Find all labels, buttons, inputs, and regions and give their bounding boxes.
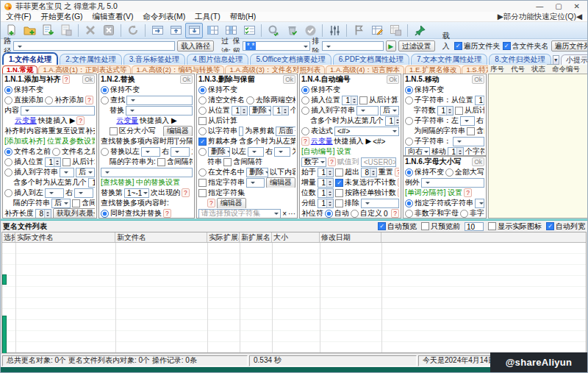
p3-by-string-combobox[interactable] bbox=[239, 127, 243, 136]
p5-move-spinner[interactable]: 1 bbox=[448, 147, 464, 157]
p2-replace-between-radio[interactable]: 替换以左 bbox=[101, 146, 140, 157]
p4-exclude-checkbox[interactable]: 排除 bbox=[335, 198, 359, 208]
p4-skip-help-button[interactable]: ? bbox=[398, 178, 399, 187]
p4-digits-spinner[interactable]: 1 bbox=[318, 188, 334, 198]
p4-insert-pos-radio[interactable]: 插入位置 bbox=[301, 95, 340, 105]
p2-nth-help-button[interactable]: ? bbox=[182, 188, 190, 197]
menu-command-list[interactable]: 命令列表(M) bbox=[143, 12, 186, 22]
p2-cloud-var-link[interactable]: 云变量 bbox=[116, 116, 138, 126]
col-select[interactable]: 选择 bbox=[2, 232, 15, 242]
p1-pad-help-button[interactable]: ? bbox=[85, 96, 93, 104]
p4-assign-combobox[interactable]: <USER0> bbox=[361, 157, 396, 167]
pushpin-button[interactable] bbox=[411, 23, 429, 38]
p1-multi-spinner[interactable]: 1 bbox=[88, 178, 95, 188]
p3-charset-help-button[interactable]: ? bbox=[207, 199, 215, 207]
p3-keep-radio[interactable]: 保持不变 bbox=[198, 85, 237, 95]
p4-per-path-help-button[interactable]: ? bbox=[398, 188, 399, 197]
filter-settings-button[interactable]: 过滤设置 bbox=[398, 40, 435, 51]
panel-right-button[interactable] bbox=[148, 23, 166, 38]
load-list-button[interactable] bbox=[39, 23, 57, 38]
include-folder-names-checkbox[interactable]: 含文件夹名 bbox=[503, 41, 549, 51]
p1-sep-pos-combobox[interactable]: 后 bbox=[51, 199, 71, 208]
p3-preset-combobox[interactable]: 请选择预设字符集 bbox=[198, 209, 281, 219]
p2-simultaneous-radio[interactable]: 同时查找并替换 bbox=[101, 208, 162, 219]
p2-keep-radio[interactable]: 保持不变 bbox=[101, 85, 140, 95]
search-check-button[interactable] bbox=[265, 23, 282, 38]
refresh-button[interactable] bbox=[124, 23, 142, 38]
p5-include-sep-checkbox[interactable]: 含间隔符 bbox=[467, 126, 484, 136]
p6-keep-radio[interactable]: 保持不变 bbox=[405, 167, 444, 177]
p5-left-combobox[interactable] bbox=[460, 116, 475, 126]
delete-button[interactable] bbox=[82, 23, 99, 38]
p4-expression-combobox[interactable]: <#> bbox=[334, 127, 399, 136]
subtab-encoding[interactable]: 1.A.高级(2)：编码与转换等 bbox=[132, 65, 224, 74]
p1-pad-add-radio[interactable]: 补齐添加 bbox=[45, 95, 84, 105]
p3-del2-combobox[interactable]: 删除 bbox=[208, 147, 230, 157]
p1-before-radio[interactable]: 文件名之前 bbox=[4, 146, 51, 157]
p3-charset-editor-button[interactable]: 编辑器 bbox=[217, 198, 246, 208]
tab-text-file[interactable]: 7.文本文件属性处理 bbox=[411, 54, 487, 65]
p3-delete-combobox[interactable]: 删除 bbox=[249, 106, 271, 116]
p2-replace-combobox[interactable] bbox=[126, 106, 193, 116]
maximize-button[interactable]: ▢ bbox=[555, 2, 562, 10]
more-tabs-button[interactable]: ▼ bbox=[553, 55, 559, 65]
menu-tools[interactable]: 工具(T) bbox=[195, 12, 220, 22]
p4-per-path-checkbox[interactable]: 按路径单独计数 bbox=[335, 188, 396, 198]
subtab-regex[interactable]: 1.A.高级(1)：正则表达式等 bbox=[38, 65, 131, 74]
p3-editor-button[interactable]: 编辑器 bbox=[266, 177, 295, 188]
col-actual-name[interactable]: 实际文件名 bbox=[15, 232, 115, 242]
p1-after-radio[interactable]: 文件名之后 bbox=[52, 146, 95, 157]
p4-number-type-combobox[interactable]: 数字 bbox=[301, 157, 326, 167]
delete-all-button[interactable] bbox=[100, 23, 118, 38]
panel5-ok-button[interactable]: Ok bbox=[472, 75, 484, 84]
p4-type-help-button[interactable]: ? bbox=[328, 157, 336, 166]
minimize-button[interactable]: — bbox=[536, 2, 543, 10]
preview-count-input[interactable]: 10 bbox=[465, 222, 484, 231]
table-edit-button[interactable] bbox=[368, 23, 386, 38]
p1-get-longest-button[interactable]: 获取列表最长 bbox=[53, 208, 95, 219]
p3-clear-preset-button[interactable]: × bbox=[282, 210, 287, 218]
p1-keep-radio[interactable]: 保持不变 bbox=[4, 85, 43, 95]
p4-pos-spinner[interactable]: 1 bbox=[342, 96, 358, 105]
p6-non-alpha-radio[interactable]: 非字母 bbox=[460, 208, 484, 219]
p3-count-spinner[interactable]: 1 bbox=[273, 106, 289, 116]
p4-expr-help-button[interactable]: ? bbox=[301, 137, 309, 146]
tab-image-info[interactable]: 4.图片信息处理 bbox=[187, 54, 248, 65]
p2-case-checkbox[interactable]: 区分大小写 bbox=[110, 126, 156, 136]
load-path-button[interactable]: 载入路径 bbox=[177, 40, 214, 51]
close-button[interactable]: ✕ bbox=[574, 2, 580, 10]
p4-skip-unchecked-checkbox[interactable]: 未复选行不计数 bbox=[335, 177, 396, 188]
panel2-ok-button[interactable]: Ok bbox=[180, 75, 193, 84]
p4-overflow-checkbox[interactable]: 超出 bbox=[335, 167, 359, 177]
p3-spec-string-checkbox[interactable]: 指定字符串 bbox=[198, 177, 245, 188]
p6-spec-combobox[interactable] bbox=[475, 199, 484, 208]
preview-first-checkbox[interactable]: 只预览前 bbox=[421, 221, 460, 232]
p3-charset-checkbox[interactable]: 指定字符集 bbox=[198, 188, 245, 198]
p4-custom-value[interactable]: 0 bbox=[384, 210, 388, 218]
subtab-mapping[interactable]: 1.A.高级(3)：文件名对照列表 bbox=[225, 65, 325, 74]
p1-right-combobox[interactable] bbox=[74, 188, 93, 198]
p3-more-preset-button[interactable]: ··· bbox=[288, 210, 295, 218]
col-actual-ext[interactable]: 实际扩展名 bbox=[207, 232, 240, 242]
p5-substring-radio[interactable]: 子字符串： bbox=[405, 136, 451, 146]
p4-keep-radio[interactable]: 保持不变 bbox=[301, 85, 340, 95]
p1-include-sep-checkbox[interactable]: 含间隔符 bbox=[72, 198, 95, 208]
p5-direction-combobox[interactable]: 向右 bbox=[405, 147, 430, 157]
p4-reset-help-button[interactable]: ? bbox=[395, 168, 399, 177]
p4-pad-help-button[interactable]: ? bbox=[391, 209, 399, 218]
p1-insert-pos-radio[interactable]: 插入位置 bbox=[4, 157, 43, 167]
auto-width-checkbox[interactable]: 自动列宽 bbox=[546, 221, 585, 232]
subtab-script[interactable]: 1.A.高级(4)：语言脚本 bbox=[326, 65, 404, 74]
p6-spec-radio[interactable]: 指定字符或字符串 bbox=[405, 198, 473, 208]
p2-editor-button[interactable]: 编辑器 bbox=[163, 126, 193, 136]
p2-right-combobox[interactable] bbox=[171, 147, 190, 157]
p4-auto-radio[interactable]: 自动 bbox=[325, 208, 349, 219]
p5-count-spinner[interactable]: 1 bbox=[437, 106, 453, 116]
p1-content-combobox[interactable] bbox=[21, 106, 95, 116]
p4-after-combobox[interactable]: 后 bbox=[380, 106, 399, 116]
p2-nth-combobox[interactable]: 1~-1 bbox=[124, 188, 149, 198]
p5-pos-spinner[interactable]: 1 bbox=[475, 96, 484, 105]
p1-insert-str-combobox[interactable] bbox=[60, 168, 74, 177]
p4-insert-str-radio[interactable]: 插入到字符串 bbox=[301, 105, 355, 116]
tab-pdf[interactable]: 6.PDF文档属性处理 bbox=[333, 54, 409, 65]
